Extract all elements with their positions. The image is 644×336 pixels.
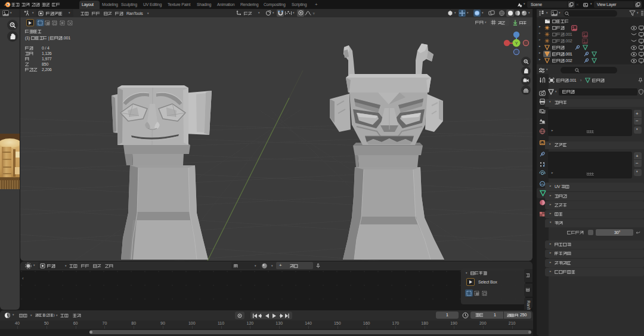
- svg-text:Y: Y: [515, 41, 518, 45]
